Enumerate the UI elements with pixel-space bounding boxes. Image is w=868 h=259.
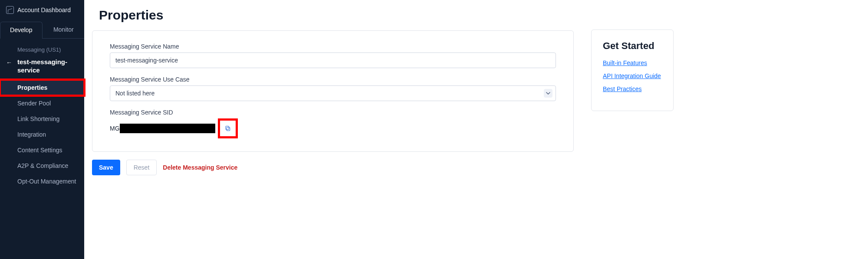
sidebar-item-properties[interactable]: Properties: [0, 80, 84, 95]
get-started-panel: Get Started Built-in Features API Integr…: [591, 30, 674, 111]
copy-icon: [224, 125, 231, 132]
actions-row: Save Reset Delete Messaging Service: [92, 160, 574, 175]
sidebar-item-label: A2P & Compliance: [17, 162, 68, 169]
sidebar-tabs: Develop Monitor: [0, 22, 84, 39]
sidebar: Account Dashboard Develop Monitor Messag…: [0, 0, 84, 259]
link-built-in-features[interactable]: Built-in Features: [603, 59, 647, 66]
sidebar-nav: Properties Sender Pool Link Shortening I…: [0, 80, 84, 189]
sidebar-item-opt-out-management[interactable]: Opt-Out Management: [0, 174, 84, 189]
back-arrow-icon[interactable]: ←: [6, 59, 12, 67]
sidebar-item-label: Opt-Out Management: [17, 178, 76, 185]
tab-monitor-label: Monitor: [53, 26, 74, 33]
properties-card: Messaging Service Name Messaging Service…: [92, 30, 574, 152]
page-title: Properties: [99, 8, 574, 23]
sidebar-section-label: Messaging (US1): [0, 45, 84, 58]
sidebar-item-a2p-compliance[interactable]: A2P & Compliance: [0, 158, 84, 174]
sid-redacted: [120, 124, 215, 133]
field-label-name: Messaging Service Name: [110, 43, 556, 50]
field-use-case: Messaging Service Use Case: [110, 76, 556, 101]
link-api-integration-guide[interactable]: API Integration Guide: [603, 72, 661, 79]
dashboard-icon: [6, 6, 14, 14]
sidebar-item-integration[interactable]: Integration: [0, 127, 84, 142]
sidebar-item-sender-pool[interactable]: Sender Pool: [0, 95, 84, 111]
sidebar-item-link-shortening[interactable]: Link Shortening: [0, 111, 84, 127]
sid-copy-highlight: [218, 118, 238, 138]
get-started-title: Get Started: [603, 40, 662, 52]
sid-prefix: MG: [110, 125, 120, 132]
tab-develop-label: Develop: [10, 26, 32, 33]
sidebar-item-content-settings[interactable]: Content Settings: [0, 142, 84, 158]
account-dashboard-link[interactable]: Account Dashboard: [0, 0, 84, 19]
sidebar-item-label: Content Settings: [17, 147, 62, 154]
sid-row: MG: [110, 118, 556, 138]
sidebar-item-label: Integration: [17, 131, 46, 138]
content: Properties Messaging Service Name Messag…: [92, 8, 574, 175]
sidebar-item-label: Properties: [17, 84, 47, 91]
account-dashboard-label: Account Dashboard: [17, 7, 71, 13]
get-started-links: Built-in Features API Integration Guide …: [603, 59, 662, 92]
use-case-select[interactable]: [110, 85, 556, 101]
field-label-sid: Messaging Service SID: [110, 109, 556, 116]
svg-rect-1: [226, 126, 229, 130]
reset-button[interactable]: Reset: [126, 160, 157, 175]
sidebar-item-label: Link Shortening: [17, 115, 59, 122]
main: Properties Messaging Service Name Messag…: [84, 0, 868, 259]
sidebar-section: Messaging (US1) ← test-messaging-service…: [0, 39, 84, 189]
sidebar-current-service-label: test-messaging-service: [17, 58, 67, 74]
field-label-usecase: Messaging Service Use Case: [110, 76, 556, 83]
use-case-select-wrap: [110, 85, 556, 101]
tab-develop[interactable]: Develop: [0, 22, 43, 39]
copy-sid-button[interactable]: [223, 123, 233, 134]
save-button[interactable]: Save: [92, 160, 120, 175]
sidebar-item-label: Sender Pool: [17, 100, 51, 107]
delete-service-button[interactable]: Delete Messaging Service: [163, 164, 237, 171]
field-sid: Messaging Service SID MG: [110, 109, 556, 138]
tab-monitor[interactable]: Monitor: [43, 22, 85, 38]
service-name-input[interactable]: [110, 52, 556, 68]
link-best-practices[interactable]: Best Practices: [603, 85, 641, 92]
svg-rect-0: [227, 127, 230, 131]
field-service-name: Messaging Service Name: [110, 43, 556, 68]
sidebar-current-service[interactable]: ← test-messaging-service: [0, 58, 84, 78]
